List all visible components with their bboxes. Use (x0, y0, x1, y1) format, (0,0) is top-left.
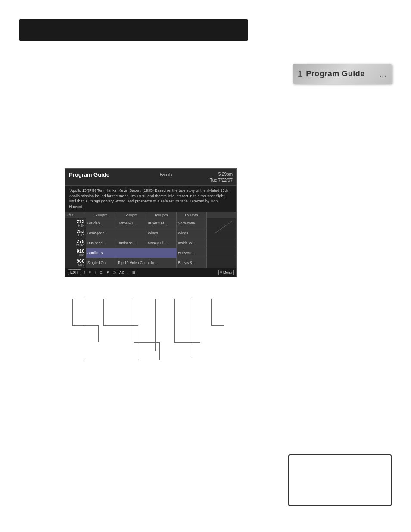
channel-row-910: 910 HBO Apollo 13 Hollywo... (65, 248, 236, 258)
annotation-line-1 (72, 299, 73, 325)
ch-name-275: CNBC (76, 244, 84, 247)
badge-title: Program Guide (306, 69, 365, 78)
time-cell-1: 5:00pm (86, 212, 116, 218)
program-910-2[interactable]: Hollywo... (177, 248, 207, 258)
toolbar-exit-button[interactable]: EXIT (68, 269, 81, 275)
annotation-line-4 (134, 299, 134, 342)
ch-name-253: USA (78, 234, 84, 237)
annotation-line-2 (84, 299, 84, 334)
annotation-line-3 (103, 299, 104, 325)
annotation-line-2b (84, 334, 84, 360)
annotation-line-h4 (134, 342, 159, 343)
annotation-line-v1 (98, 325, 99, 342)
annotation-line-8 (211, 299, 212, 325)
program-275-3[interactable]: Money Cl... (146, 238, 177, 248)
badge-arrow: ... (379, 69, 386, 79)
guide-toolbar: EXIT ? ≡ ♪ ⊙ ▼ ◎ AZ ♩ ▦ ≡ Menu (65, 268, 236, 277)
ch-number-910: 910 (77, 249, 84, 254)
time-cell-4: 6:30pm (177, 212, 207, 218)
guide-time: 5:29pm (210, 171, 233, 177)
channel-row-213: 213 HSN Garden... Home Fu... Buyer's M..… (65, 218, 236, 228)
channel-row-966: 966 MTV Singled Out Top 10 Video Countdo… (65, 258, 236, 268)
guide-time-block: 5:29pm Tue 7/22/97 (210, 171, 233, 184)
channel-num-213: 213 HSN (65, 218, 86, 228)
header-bar (19, 19, 248, 41)
guide-header: Program Guide Family 5:29pm Tue 7/22/97 (65, 169, 236, 186)
ch-name-910: HBO (78, 254, 84, 257)
ch-name-966: MTV (78, 264, 84, 267)
program-275-4[interactable]: Inside W... (177, 238, 207, 248)
toolbar-help-icon[interactable]: ? (83, 270, 86, 275)
channel-num-253: 253 USA (65, 228, 86, 238)
toolbar-music-icon[interactable]: ♪ (93, 270, 97, 275)
toolbar-grid-icon[interactable]: ▦ (131, 270, 137, 275)
annotation-line-6 (174, 299, 175, 342)
channel-num-275: 275 CNBC (65, 238, 86, 248)
annotation-line-h8 (211, 325, 224, 326)
badge-number: 1 (298, 69, 302, 79)
channel-row-275: 275 CNBC Business... Business... Money C… (65, 238, 236, 248)
channel-num-966: 966 MTV (65, 258, 86, 268)
annotation-line-h6 (174, 342, 200, 343)
ch-number-275: 275 (77, 239, 84, 244)
program-guide-badge[interactable]: 1 Program Guide ... (293, 64, 392, 84)
toolbar-note-icon[interactable]: ♩ (126, 270, 130, 275)
time-cell-date: 7/22 (65, 212, 86, 218)
channel-row-253: 253 USA Renegade Wings Wings (65, 228, 236, 238)
program-213-4[interactable]: Showcase (177, 218, 207, 228)
time-cell-2: 5:30pm (116, 212, 146, 218)
program-253-3[interactable]: Wings (177, 228, 207, 238)
program-275-1[interactable]: Business... (86, 238, 116, 248)
program-910-1[interactable]: Apollo 13 (86, 248, 177, 258)
program-253-1[interactable]: Renegade (86, 228, 146, 238)
annotation-line-7 (192, 299, 192, 334)
guide-header-channel: Family (160, 172, 172, 177)
annotation-line-v4 (159, 342, 160, 360)
program-213-3[interactable]: Buyer's M... (146, 218, 177, 228)
program-966-1[interactable]: Singled Out (86, 258, 116, 268)
program-213-1[interactable]: Garden... (86, 218, 116, 228)
ch-number-966: 966 (77, 259, 84, 264)
program-213-2[interactable]: Home Fu... (116, 218, 146, 228)
toolbar-list-icon[interactable]: ≡ (88, 270, 92, 275)
annotation-line-7b (192, 334, 192, 355)
toolbar-down-icon[interactable]: ▼ (105, 270, 110, 275)
program-966-2[interactable]: Top 10 Video Countdo... (116, 258, 177, 268)
toolbar-menu-button[interactable]: ≡ Menu (218, 270, 234, 275)
guide-date: Tue 7/22/97 (210, 177, 233, 184)
channel-num-910: 910 HBO (65, 248, 86, 258)
program-guide-container: Program Guide Family 5:29pm Tue 7/22/97 … (65, 168, 237, 277)
annotation-line-h1 (72, 325, 98, 326)
time-cell-3: 6:00pm (146, 212, 177, 218)
toolbar-circle-icon[interactable]: ◎ (112, 270, 117, 275)
program-253-2[interactable]: Wings (146, 228, 177, 238)
ch-number-253: 253 (77, 229, 84, 234)
guide-header-title: Program Guide (69, 171, 109, 178)
annotation-line-h3 (103, 325, 138, 326)
ch-name-213: HSN (78, 224, 84, 227)
program-966-3[interactable]: Beavis &... (177, 258, 207, 268)
bottom-info-box (288, 454, 392, 506)
ch-number-213: 213 (77, 219, 84, 224)
toolbar-az-icon[interactable]: AZ (118, 270, 125, 275)
guide-description: "Apollo 13"(PG) Tom Hanks, Kevin Bacon. … (65, 186, 236, 212)
time-row: 7/22 5:00pm 5:30pm 6:00pm 6:30pm (65, 212, 236, 218)
program-275-2[interactable]: Business... (116, 238, 146, 248)
annotation-line-5 (155, 299, 156, 351)
toolbar-settings-icon[interactable]: ⊙ (99, 270, 103, 275)
